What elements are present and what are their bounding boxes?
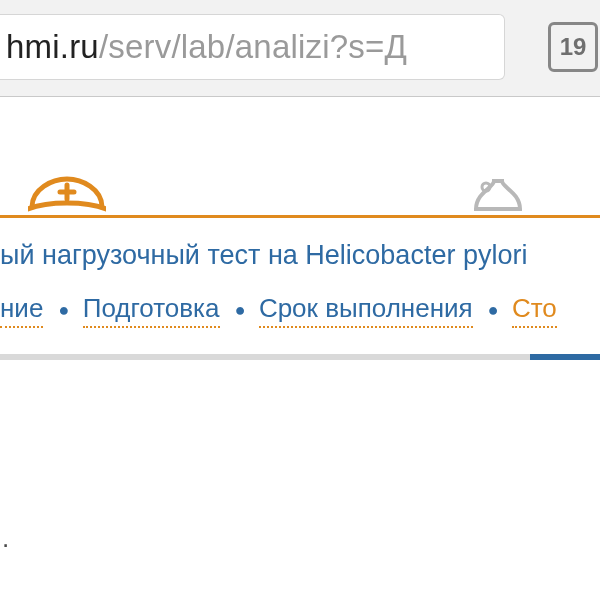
bullet-icon: ● xyxy=(488,300,499,320)
url-host: hmi.ru xyxy=(6,28,99,66)
page-content: ый нагрузочный тест на Helicobacter pylo… xyxy=(0,97,600,600)
tab-duration[interactable]: Срок выполнения xyxy=(259,293,473,328)
url-bar[interactable]: hmi.ru/serv/lab/analizi?s=Д xyxy=(0,14,505,80)
icon-row xyxy=(0,167,600,215)
divider-orange xyxy=(0,215,600,218)
section-tabs: ние ● Подготовка ● Срок выполнения ● Сто xyxy=(0,293,600,324)
tab-count: 19 xyxy=(560,33,587,61)
tab-preparation[interactable]: Подготовка xyxy=(83,293,220,328)
content-card: ый нагрузочный тест на Helicobacter pylo… xyxy=(0,167,600,360)
tab-count-box: 19 xyxy=(548,22,598,72)
text-fragment: . xyxy=(2,523,9,554)
svg-point-0 xyxy=(482,183,490,191)
progress-fill xyxy=(530,354,600,360)
tab-price[interactable]: Сто xyxy=(512,293,557,328)
bullet-icon: ● xyxy=(59,300,70,320)
page-title: ый нагрузочный тест на Helicobacter pylo… xyxy=(0,240,600,271)
tab-switcher-button[interactable]: 19 xyxy=(540,18,600,74)
tab-description[interactable]: ние xyxy=(0,293,43,328)
nurse-cap-icon xyxy=(28,175,106,213)
browser-chrome: hmi.ru/serv/lab/analizi?s=Д 19 xyxy=(0,0,600,97)
url-path: /serv/lab/analizi?s=Д xyxy=(99,28,407,66)
progress-bar xyxy=(0,354,600,360)
flask-icon xyxy=(470,179,524,213)
bullet-icon: ● xyxy=(235,300,246,320)
